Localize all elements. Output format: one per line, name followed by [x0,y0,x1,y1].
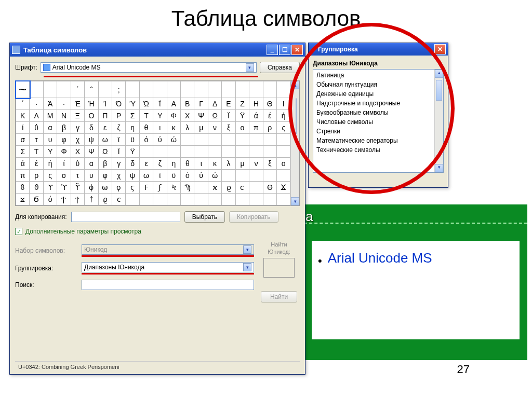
charmap-titlebar[interactable]: Таблица символов _ ☐ ✕ [10,43,305,57]
char-cell[interactable]: Ί [98,98,112,110]
char-cell[interactable]: β [57,122,71,134]
char-cell[interactable] [222,81,235,98]
char-cell[interactable]: ~ [16,81,30,98]
char-cell[interactable]: γ [71,122,84,134]
char-cell[interactable] [222,134,235,146]
chevron-down-icon[interactable]: ▾ [243,263,251,271]
char-cell[interactable]: ι [194,158,208,170]
font-dropdown[interactable]: Arial Unicode MS ▾ [41,62,257,73]
char-cell[interactable]: Γ [194,98,208,110]
char-cell[interactable]: Σ [126,110,139,122]
char-cell[interactable]: Ψ [85,146,98,158]
char-cell[interactable]: Ψ [194,110,208,122]
char-cell[interactable] [235,146,249,158]
char-cell[interactable]: ά [16,158,30,170]
char-cell[interactable]: ο [235,122,249,134]
char-cell[interactable]: ϛ [126,182,139,194]
char-cell[interactable]: ϒ [43,182,57,194]
char-cell[interactable]: φ [98,170,112,182]
char-cell[interactable]: ς [277,122,290,134]
char-cell[interactable]: ΅ [85,81,98,98]
char-cell[interactable]: Ω [208,110,221,122]
char-cell[interactable] [181,134,194,146]
char-cell[interactable]: Υ [153,110,167,122]
char-cell[interactable] [263,170,276,182]
char-cell[interactable]: έ [263,110,276,122]
char-cell[interactable]: δ [85,122,98,134]
char-cell[interactable]: Ζ [235,98,249,110]
char-cell[interactable]: θ [181,158,194,170]
char-cell[interactable] [139,81,153,98]
char-cell[interactable]: Ω [98,146,112,158]
char-cell[interactable]: ζ [153,158,167,170]
char-cell[interactable]: ϖ [98,182,112,194]
char-cell[interactable]: τ [71,170,84,182]
char-cell[interactable]: Η [249,98,263,110]
help-button[interactable]: Справка [260,62,300,73]
char-cell[interactable]: ϰ [208,182,221,194]
char-cell[interactable]: ΄ [71,81,84,98]
char-cell[interactable]: ή [277,110,290,122]
char-cell[interactable]: έ [30,158,43,170]
char-cell[interactable] [126,81,139,98]
scroll-thumb[interactable] [436,80,442,101]
char-cell[interactable]: τ [30,134,43,146]
char-cell[interactable]: ύ [194,170,208,182]
char-cell[interactable] [30,81,43,98]
char-cell[interactable] [222,146,235,158]
char-cell[interactable]: ε [98,122,112,134]
char-cell[interactable] [126,194,139,205]
char-cell[interactable]: κ [208,158,221,170]
grouping-item[interactable]: Латиница [314,71,433,80]
char-cell[interactable]: ϙ [112,182,125,194]
char-cell[interactable]: Ο [85,110,98,122]
char-cell[interactable]: α [43,122,57,134]
maximize-button[interactable]: ☐ [279,45,290,55]
char-cell[interactable] [139,146,153,158]
search-input[interactable] [82,280,254,290]
char-cell[interactable]: Ϝ [139,182,153,194]
char-cell[interactable] [153,81,167,98]
char-cell[interactable] [222,194,235,205]
char-cell[interactable]: μ [235,158,249,170]
char-cell[interactable]: Ώ [139,98,153,110]
advanced-checkbox[interactable]: ✓ [15,228,22,235]
char-cell[interactable]: ΐ [153,98,167,110]
char-cell[interactable]: ψ [85,134,98,146]
char-cell[interactable] [194,81,208,98]
char-cell[interactable]: ϋ [167,170,180,182]
char-cell[interactable] [43,81,57,98]
char-cell[interactable]: ς [43,170,57,182]
char-cell[interactable]: Υ [43,146,57,158]
char-cell[interactable]: Β [181,98,194,110]
char-cell[interactable]: Θ [263,98,276,110]
char-cell[interactable]: ό [181,170,194,182]
char-cell[interactable]: Ύ [126,98,139,110]
char-cell[interactable] [263,81,276,98]
char-cell[interactable]: ί [16,122,30,134]
char-cell[interactable]: Ν [57,110,71,122]
char-cell[interactable] [263,146,276,158]
char-cell[interactable]: δ [126,158,139,170]
char-cell[interactable] [181,146,194,158]
char-cell[interactable]: Χ [181,110,194,122]
char-cell[interactable]: ϊ [112,134,125,146]
char-cell[interactable]: ι [153,122,167,134]
char-cell[interactable]: Π [98,110,112,122]
char-cell[interactable] [222,170,235,182]
char-cell[interactable]: Τ [139,110,153,122]
char-cell[interactable] [249,182,263,194]
grouping-item[interactable]: Числовые символы [314,117,433,127]
char-cell[interactable]: μ [194,122,208,134]
char-cell[interactable]: β [98,158,112,170]
copy-button[interactable]: Копировать [229,211,278,223]
char-cell[interactable]: ά [249,110,263,122]
grouping-titlebar[interactable]: Группировка ✕ [309,43,448,56]
char-cell[interactable] [153,194,167,205]
char-cell[interactable] [249,146,263,158]
char-cell[interactable]: ϊ [153,170,167,182]
char-cell[interactable]: λ [222,158,235,170]
char-cell[interactable]: · [57,98,71,110]
char-cell[interactable]: χ [71,134,84,146]
char-cell[interactable]: ή [43,158,57,170]
